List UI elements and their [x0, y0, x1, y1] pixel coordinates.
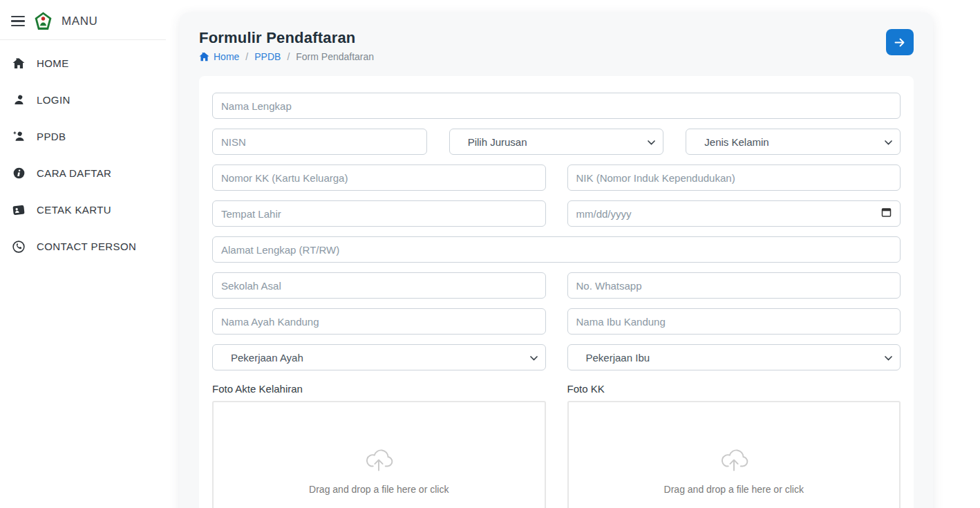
cloud-upload-icon — [717, 445, 751, 473]
form-row — [212, 308, 901, 335]
nomor-kk-input[interactable] — [212, 164, 546, 191]
home-icon — [12, 57, 26, 69]
tanggal-lahir-date-input[interactable] — [567, 200, 901, 227]
header-text: Formulir Pendaftaran Home / PPDB / Form … — [199, 29, 374, 62]
tempat-lahir-input[interactable] — [212, 200, 546, 227]
breadcrumb-home-link[interactable]: Home — [199, 51, 239, 62]
pekerjaan-ibu-select-wrap: Pekerjaan Ibu — [567, 344, 901, 370]
nama-lengkap-input[interactable] — [212, 93, 901, 119]
sidebar-item-contact-person[interactable]: CONTACT PERSON — [0, 228, 166, 265]
foto-akte-field: Foto Akte Kelahiran Drag and drop a file… — [212, 380, 546, 508]
form-row — [212, 236, 901, 263]
sidebar-item-label: CONTACT PERSON — [37, 241, 136, 252]
person-icon — [12, 94, 26, 106]
pekerjaan-ibu-select[interactable]: Pekerjaan Ibu — [567, 344, 901, 370]
jurusan-select[interactable]: Pilih Jurusan — [449, 129, 664, 155]
breadcrumb-ppdb-link[interactable]: PPDB — [254, 51, 281, 62]
registration-card: Formulir Pendaftaran Home / PPDB / Form … — [180, 12, 933, 508]
sidebar-item-label: LOGIN — [37, 94, 70, 106]
sidebar-item-label: HOME — [37, 57, 69, 69]
form-row — [212, 164, 901, 191]
registration-form: Pilih Jurusan Jenis Kelamin — [199, 76, 914, 508]
sidebar-item-ppdb[interactable]: PPDB — [0, 118, 166, 155]
page-title: Formulir Pendaftaran — [199, 29, 374, 47]
sidebar-item-home[interactable]: HOME — [0, 45, 166, 82]
form-row: Pilih Jurusan Jenis Kelamin — [212, 129, 901, 155]
foto-akte-label: Foto Akte Kelahiran — [212, 383, 546, 395]
foto-kk-field: Foto KK Drag and drop a file here or cli… — [567, 380, 901, 508]
home-icon — [199, 52, 209, 62]
jenis-kelamin-select[interactable]: Jenis Kelamin — [686, 129, 901, 155]
breadcrumb: Home / PPDB / Form Pendaftaran — [199, 51, 374, 62]
breadcrumb-separator: / — [287, 51, 290, 62]
cloud-upload-icon — [362, 445, 395, 473]
form-row — [212, 272, 901, 299]
school-emblem-logo — [34, 12, 53, 30]
brand: MANU — [0, 0, 166, 39]
arrow-right-icon — [894, 38, 905, 47]
info-circle-icon — [12, 167, 26, 179]
form-row — [212, 93, 901, 119]
nama-ayah-input[interactable] — [212, 308, 546, 335]
sidebar-item-label: CETAK KARTU — [37, 204, 111, 216]
breadcrumb-home-label: Home — [214, 51, 239, 62]
id-card-icon — [12, 205, 26, 216]
pekerjaan-ayah-select[interactable]: Pekerjaan Ayah — [212, 344, 546, 370]
foto-kk-dropzone[interactable]: Drag and drop a file here or click — [567, 401, 901, 508]
jenis-kelamin-select-wrap: Jenis Kelamin — [686, 129, 901, 155]
dropzone-text: Drag and drop a file here or click — [309, 484, 449, 495]
tanggal-lahir-wrap — [567, 200, 901, 227]
sidebar-item-cetak-kartu[interactable]: CETAK KARTU — [0, 191, 166, 228]
phone-circle-icon — [12, 241, 26, 253]
sekolah-asal-input[interactable] — [212, 272, 546, 299]
person-add-icon — [12, 131, 26, 142]
breadcrumb-separator: / — [245, 51, 248, 62]
form-row: Pekerjaan Ayah Pekerjaan Ibu — [212, 344, 901, 370]
sidebar-item-login[interactable]: LOGIN — [0, 82, 166, 118]
sidebar-nav: HOME LOGIN PPDB CARA DAFTAR — [0, 40, 166, 265]
sidebar: MANU HOME LOGIN PPDB — [0, 0, 166, 508]
sidebar-item-cara-daftar[interactable]: CARA DAFTAR — [0, 155, 166, 191]
foto-akte-dropzone[interactable]: Drag and drop a file here or click — [212, 401, 546, 508]
main-content: Formulir Pendaftaran Home / PPDB / Form … — [166, 0, 980, 508]
sidebar-item-label: PPDB — [37, 131, 66, 142]
nama-ibu-input[interactable] — [567, 308, 901, 335]
next-arrow-button[interactable] — [886, 29, 914, 55]
pekerjaan-ayah-select-wrap: Pekerjaan Ayah — [212, 344, 546, 370]
breadcrumb-current: Form Pendaftaran — [296, 51, 374, 62]
whatsapp-input[interactable] — [567, 272, 901, 299]
card-header: Formulir Pendaftaran Home / PPDB / Form … — [199, 29, 914, 62]
alamat-input[interactable] — [212, 236, 901, 263]
upload-row: Foto Akte Kelahiran Drag and drop a file… — [212, 380, 901, 508]
hamburger-menu-icon[interactable] — [11, 16, 25, 26]
dropzone-text: Drag and drop a file here or click — [664, 484, 804, 495]
foto-kk-label: Foto KK — [567, 383, 901, 395]
sidebar-item-label: CARA DAFTAR — [37, 167, 111, 179]
brand-name: MANU — [62, 15, 97, 28]
app-root: MANU HOME LOGIN PPDB — [0, 0, 980, 508]
jurusan-select-wrap: Pilih Jurusan — [449, 129, 664, 155]
form-row — [212, 200, 901, 227]
nik-input[interactable] — [567, 164, 901, 191]
nisn-input[interactable] — [212, 129, 427, 155]
